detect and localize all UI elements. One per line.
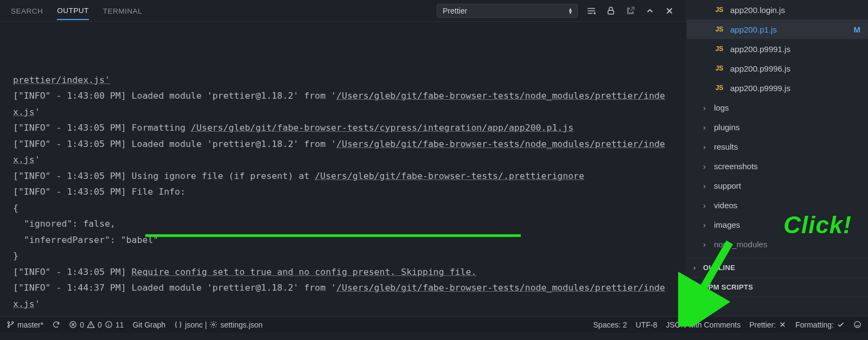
panel-tab-output[interactable]: OUTPUT <box>57 1 89 20</box>
select-arrows-icon: ▲▼ <box>568 8 573 14</box>
explorer-file[interactable]: JSapp200.login.js <box>687 0 868 20</box>
explorer-folder[interactable]: ›support <box>687 176 868 195</box>
chevron-right-icon: › <box>703 220 710 229</box>
annotation-highlight <box>145 234 521 237</box>
chevron-up-icon[interactable] <box>644 5 656 17</box>
svg-point-7 <box>854 322 860 328</box>
js-file-icon: JS <box>714 6 725 14</box>
smiley-icon <box>853 320 861 329</box>
output-line: ["INFO" - 1:43:05 PM] Loaded module 'pre… <box>13 136 675 168</box>
folder-name: screenshots <box>714 162 758 171</box>
x-icon <box>778 320 787 329</box>
info-icon <box>105 320 113 329</box>
svg-point-6 <box>213 324 215 326</box>
sb-formatting-status[interactable]: Formatting: <box>795 320 845 329</box>
svg-point-1 <box>8 322 9 323</box>
file-name: app200.p1.js <box>730 25 777 34</box>
chevron-right-icon: › <box>703 201 710 210</box>
open-log-icon[interactable] <box>624 5 636 17</box>
panel-tab-search[interactable]: SEARCH <box>11 2 43 20</box>
explorer-file[interactable]: JSapp200.p1.jsM <box>687 20 868 39</box>
panel-tab-terminal[interactable]: TERMINAL <box>103 2 142 20</box>
panel-tabs: SEARCH OUTPUT TERMINAL Prettier ▲▼ <box>0 0 686 22</box>
gear-icon <box>209 320 218 329</box>
explorer-section[interactable]: ›OUTLINE <box>687 258 868 277</box>
folder-name: videos <box>714 201 737 210</box>
check-icon <box>837 320 845 329</box>
file-name: app200.p9996.js <box>730 64 790 73</box>
lock-scroll-icon[interactable] <box>605 5 617 17</box>
js-file-icon: JS <box>714 84 725 92</box>
explorer-file[interactable]: JSapp200.p9991.js <box>687 39 868 59</box>
svg-rect-0 <box>608 10 614 14</box>
output-channel-label: Prettier <box>443 7 467 15</box>
output-line: ["INFO" - 1:43:05 PM] Formatting /Users/… <box>13 120 675 136</box>
file-name: app200.p9999.js <box>730 84 790 93</box>
error-icon <box>69 320 77 329</box>
sb-language-file[interactable]: jsonc | settings.json <box>174 320 263 329</box>
js-file-icon: JS <box>714 65 725 72</box>
chevron-right-icon: › <box>703 181 710 190</box>
js-file-icon: JS <box>714 45 725 53</box>
output-line: prettier/index.js' <box>13 72 675 88</box>
output-line: } <box>13 248 675 264</box>
close-panel-icon[interactable] <box>663 5 675 17</box>
explorer-folder[interactable]: ›videos <box>687 195 868 215</box>
modified-badge: M <box>854 25 861 34</box>
sb-feedback[interactable] <box>853 320 861 329</box>
sync-icon <box>52 320 60 329</box>
js-file-icon: JS <box>714 25 725 33</box>
explorer-section[interactable]: ›NPM SCRIPTS <box>687 277 868 297</box>
chevron-right-icon: › <box>703 103 710 112</box>
folder-name: node_modules <box>714 240 767 249</box>
chevron-right-icon: › <box>703 142 710 151</box>
chevron-right-icon: › <box>703 240 710 249</box>
explorer-folder[interactable]: ›node_modules <box>687 234 868 254</box>
output-line: ["INFO" - 1:43:05 PM] Require config set… <box>13 264 675 280</box>
explorer-folder[interactable]: ›plugins <box>687 117 868 137</box>
output-line: { <box>13 200 675 216</box>
sb-sync[interactable] <box>52 320 60 329</box>
braces-icon <box>174 320 182 329</box>
sb-problems[interactable]: 0 0 11 <box>69 320 124 329</box>
section-title: OUTLINE <box>703 264 735 272</box>
output-channel-select[interactable]: Prettier ▲▼ <box>437 4 578 18</box>
chevron-right-icon: › <box>693 303 700 311</box>
sb-branch[interactable]: master* <box>7 320 43 329</box>
explorer-file[interactable]: JSapp200.p9996.js <box>687 59 868 78</box>
chevron-right-icon: › <box>693 283 700 291</box>
output-line: ["INFO" - 1:43:05 PM] Using ignore file … <box>13 168 675 184</box>
output-log[interactable]: prettier/index.js'["INFO" - 1:43:00 PM] … <box>0 22 686 316</box>
status-bar: master* 0 0 11 Git Graph jsonc | setting… <box>0 316 868 332</box>
chevron-right-icon: › <box>703 162 710 171</box>
explorer-section[interactable]: ›T <box>687 297 868 316</box>
chevron-right-icon: › <box>693 264 700 272</box>
folder-name: images <box>714 220 740 229</box>
warning-icon <box>87 320 95 329</box>
output-line: ["INFO" - 1:43:05 PM] File Info: <box>13 184 675 200</box>
sb-git-graph[interactable]: Git Graph <box>132 320 165 329</box>
explorer-folder[interactable]: ›images <box>687 215 868 234</box>
explorer-folder[interactable]: ›results <box>687 137 868 156</box>
sb-prettier-status[interactable]: Prettier: <box>749 320 787 329</box>
explorer-folder[interactable]: ›screenshots <box>687 156 868 176</box>
output-line: ["INFO" - 1:43:00 PM] Loaded module 'pre… <box>13 88 675 120</box>
sb-language-mode[interactable]: JSON with Comments <box>666 320 741 329</box>
output-line: ["INFO" - 1:44:51 PM] Loaded module 'pre… <box>13 312 675 316</box>
output-line: ["INFO" - 1:44:37 PM] Loaded module 'pre… <box>13 280 675 312</box>
clear-output-icon[interactable] <box>585 5 597 17</box>
folder-name: results <box>714 142 738 151</box>
svg-point-3 <box>12 322 14 323</box>
sb-spaces[interactable]: Spaces: 2 <box>593 320 627 329</box>
file-name: app200.p9991.js <box>730 44 790 54</box>
explorer-folder[interactable]: ›logs <box>687 98 868 117</box>
explorer-file[interactable]: JSapp200.p9999.js <box>687 78 868 98</box>
section-title: NPM SCRIPTS <box>703 283 753 291</box>
explorer-sidebar: JSapp200.login.jsJSapp200.p1.jsMJSapp200… <box>686 0 868 316</box>
section-title: T <box>703 303 707 311</box>
chevron-right-icon: › <box>703 123 710 132</box>
sb-encoding[interactable]: UTF-8 <box>636 320 658 329</box>
svg-point-2 <box>8 326 9 328</box>
file-name: app200.login.js <box>730 5 785 15</box>
git-branch-icon <box>7 320 15 329</box>
